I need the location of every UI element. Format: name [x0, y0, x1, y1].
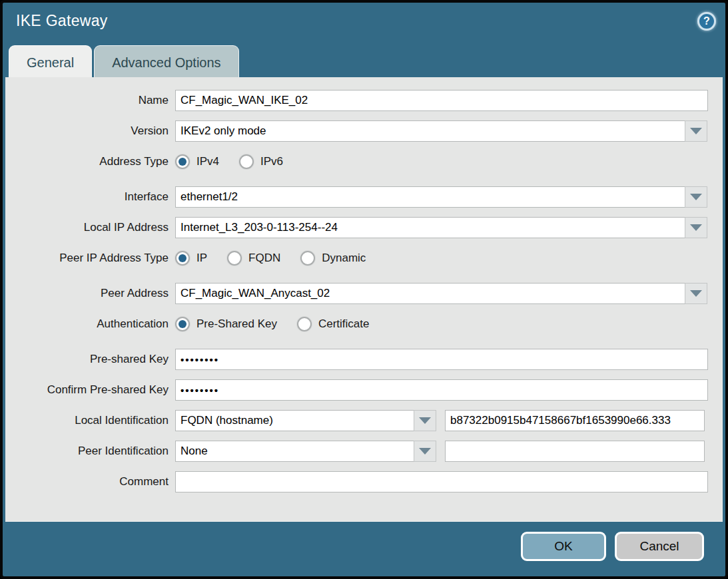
version-dropdown-button[interactable] — [685, 120, 707, 142]
footer-bar: OK Cancel — [3, 522, 725, 576]
radio-selected-dot — [179, 254, 186, 262]
tab-general[interactable]: General — [9, 45, 92, 77]
name-label: Name — [5, 90, 175, 111]
peer-ip-address-type-label: Peer IP Address Type — [5, 250, 175, 266]
local-identification-dropdown-button[interactable] — [414, 410, 436, 431]
radio-pre-shared-key-label[interactable]: Pre-Shared Key — [196, 317, 277, 331]
peer-identification-row: Peer Identification — [5, 441, 723, 462]
tab-advanced-options[interactable]: Advanced Options — [94, 45, 238, 77]
confirm-pre-shared-key-label: Confirm Pre-shared Key — [5, 379, 175, 401]
interface-input[interactable] — [175, 186, 685, 208]
name-row: Name — [5, 90, 723, 111]
name-input[interactable] — [175, 90, 708, 111]
radio-ip-label[interactable]: IP — [196, 252, 207, 265]
chevron-down-icon — [690, 224, 702, 231]
confirm-pre-shared-key-input[interactable] — [175, 379, 708, 401]
pre-shared-key-row: Pre-shared Key — [5, 349, 723, 370]
ike-gateway-dialog: IKE Gateway ? General Advanced Options N… — [0, 0, 728, 579]
radio-ipv6[interactable] — [239, 154, 254, 169]
peer-address-dropdown-button[interactable] — [685, 283, 707, 304]
radio-certificate[interactable] — [297, 317, 312, 331]
chevron-down-icon — [690, 128, 702, 134]
peer-ip-address-type-row: Peer IP Address Type IP FQDN Dynamic — [5, 250, 723, 266]
radio-ipv4-label[interactable]: IPv4 — [196, 155, 219, 168]
interface-label: Interface — [5, 186, 175, 208]
radio-fqdn[interactable] — [227, 251, 242, 266]
radio-ipv6-label[interactable]: IPv6 — [260, 155, 283, 168]
pre-shared-key-label: Pre-shared Key — [5, 349, 175, 370]
local-identification-type-select[interactable] — [175, 410, 414, 431]
address-type-label: Address Type — [5, 154, 175, 170]
local-identification-label: Local Identification — [5, 410, 175, 431]
chevron-down-icon — [690, 194, 702, 200]
chevron-down-icon — [690, 290, 702, 297]
interface-row: Interface — [5, 186, 723, 208]
help-icon[interactable]: ? — [697, 12, 716, 31]
radio-certificate-label[interactable]: Certificate — [318, 317, 370, 331]
authentication-label: Authentication — [5, 316, 175, 332]
chevron-down-icon — [419, 448, 431, 455]
version-input[interactable] — [175, 120, 685, 142]
local-identification-value-input[interactable] — [445, 410, 705, 431]
peer-address-row: Peer Address — [5, 283, 723, 304]
general-tab-panel: Name Version Address Type IPv4 — [5, 77, 723, 522]
radio-selected-dot — [179, 320, 186, 328]
tab-bar: General Advanced Options — [3, 45, 725, 77]
local-ip-address-dropdown-button[interactable] — [685, 217, 707, 238]
peer-identification-label: Peer Identification — [5, 441, 175, 462]
radio-dynamic-label[interactable]: Dynamic — [322, 252, 366, 265]
version-label: Version — [5, 120, 175, 142]
cancel-button[interactable]: Cancel — [615, 532, 704, 561]
local-identification-row: Local Identification — [5, 410, 723, 431]
peer-address-label: Peer Address — [5, 283, 175, 304]
local-ip-address-input[interactable] — [175, 217, 685, 238]
radio-dynamic[interactable] — [300, 251, 315, 266]
comment-input[interactable] — [175, 471, 708, 492]
local-ip-address-row: Local IP Address — [5, 217, 723, 238]
ok-button[interactable]: OK — [521, 532, 606, 561]
comment-label: Comment — [5, 471, 175, 492]
radio-pre-shared-key[interactable] — [175, 317, 190, 331]
radio-fqdn-label[interactable]: FQDN — [248, 252, 280, 265]
peer-address-input[interactable] — [175, 283, 685, 304]
peer-identification-dropdown-button[interactable] — [414, 441, 436, 462]
chevron-down-icon — [419, 417, 431, 424]
title-bar: IKE Gateway ? — [3, 3, 725, 41]
confirm-pre-shared-key-row: Confirm Pre-shared Key — [5, 379, 723, 401]
comment-row: Comment — [5, 471, 723, 492]
local-ip-address-label: Local IP Address — [5, 217, 175, 238]
peer-identification-type-select[interactable] — [175, 441, 414, 462]
radio-ipv4[interactable] — [175, 154, 190, 169]
version-row: Version — [5, 120, 723, 142]
radio-selected-dot — [179, 158, 186, 166]
authentication-row: Authentication Pre-Shared Key Certificat… — [5, 316, 723, 332]
interface-dropdown-button[interactable] — [685, 186, 707, 208]
pre-shared-key-input[interactable] — [175, 349, 708, 370]
dialog-title: IKE Gateway — [16, 12, 108, 30]
radio-ip[interactable] — [175, 251, 190, 266]
peer-identification-value-input[interactable] — [445, 441, 705, 462]
address-type-row: Address Type IPv4 IPv6 — [5, 154, 723, 170]
